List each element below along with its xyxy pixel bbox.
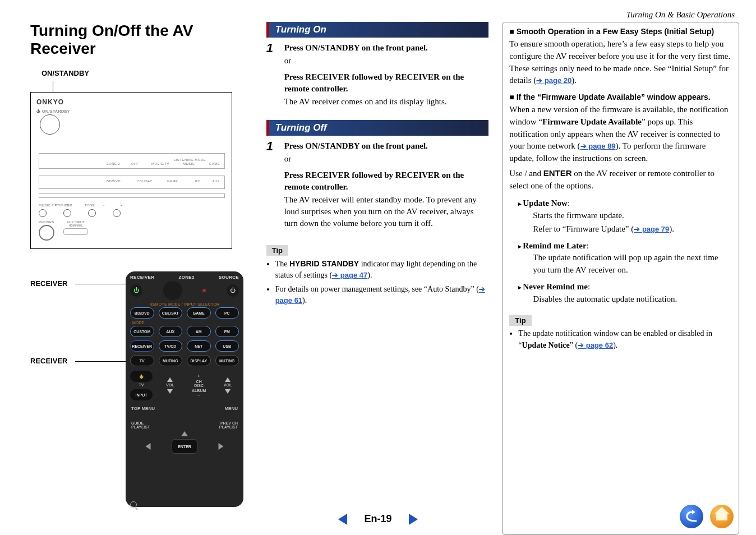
opt-remind-later-desc: The update notification will pop up agai… [533,252,732,276]
prev-page-icon[interactable] [338,514,347,525]
fp-minus-knob [88,209,96,217]
opt-update-now-desc1: Starts the firmware update. [533,210,732,222]
remote-usb-button: USB [215,340,239,352]
smooth-operation-body: To ensure smooth operation, here’s a few… [509,38,732,87]
turning-on-or: or [284,55,489,67]
tip-auto-standby: For details on power management settings… [275,284,489,307]
turning-off-or: or [284,153,489,165]
arrow-down-icon [167,389,173,394]
link-page-20[interactable]: page 20 [536,76,571,85]
on-standby-label: ON/STANDBY [42,69,253,77]
arrow-up-icon [167,377,173,382]
next-page-icon[interactable] [409,514,418,525]
turning-off-step-b: Press RECEIVER followed by RECEIVER on t… [284,169,489,193]
remote-diagram: RECEIVER ZONE2 SOURCE ⏻ ⏻ REMOTE MODE / … [126,271,243,507]
page-title: Turning On/Off the AV Receiver [30,22,253,58]
remote-fm-button: FM [215,326,239,337]
remote-net-button: NET [187,340,211,352]
turning-off-heading: Turning Off [266,120,489,136]
turning-on-result: The AV receiver comes on and its display… [284,96,489,108]
remote-menu-label: MENU [224,406,238,411]
receiver-label-bottom: RECEIVER [30,357,67,365]
dpad-right-icon [219,443,224,450]
fp-plus-knob [113,209,121,217]
search-icon [130,501,137,508]
tip-label-mid: Tip [266,245,288,256]
remote-tvcd-button: TV/CD [159,340,183,352]
arrow-up-icon-2 [225,377,231,382]
fp-music-opt-knob [39,209,47,217]
remote-am-button: AM [187,326,211,337]
turning-on-step-a: Press ON/STANDBY on the front panel. [284,42,489,54]
receiver-label-top: RECEIVER [30,279,67,288]
remote-topmenu-label: TOP MENU [131,406,155,411]
aux-jack-icon [63,228,88,235]
link-page-47[interactable]: page 47 [332,271,367,279]
arrow-down-icon-2 [225,389,231,394]
remote-input-button: INPUT [130,389,153,400]
fp-thin-strip [39,193,225,198]
tip-update-notice: The update notification window can be en… [518,328,732,351]
remote-aux-button: AUX [159,326,183,337]
turning-off-result: The AV receiver will enter standby mode.… [284,194,489,229]
opt-update-now: Update Now [518,199,568,207]
remote-led-icon [202,289,206,292]
fp-standby-label: ⏻ ON/STANDBY [36,109,232,113]
link-page-62[interactable]: page 62 [578,341,613,349]
brand-logo: ONKYO [36,98,232,106]
link-page-89[interactable]: page 89 [580,142,616,150]
page-number: En-19 [364,513,391,525]
opt-update-now-desc2: Refer to “Firmware Update” (page 79). [533,223,732,236]
front-panel-diagram: ONKYO ⏻ ON/STANDBY ZONE 2 OFF MOVIE/TV L… [30,92,232,249]
remote-tv-button: TV [130,355,154,366]
phones-jack-icon [39,225,54,241]
remote-cblsat-button: CBL/SAT [159,307,183,319]
fp-standby-button [40,114,60,135]
turning-on-step-b: Press RECEIVER followed by RECEIVER on t… [284,71,489,95]
remote-muting2-button: MUTING [215,355,239,366]
turning-on-heading: Turning On [266,22,489,38]
remote-pc-button: PC [215,307,239,319]
fp-mid-strip: BD/DVD CBL/SAT GAME PC AUX [39,176,225,189]
remote-receiver-mode-button: RECEIVER [130,340,154,352]
remote-display-button: DISPLAY [187,355,211,366]
remote-source-power-icon: ⏻ [227,284,239,297]
remote-receiver-power-icon: ⏻ [130,284,142,297]
back-icon[interactable] [680,505,703,528]
fp-tone-knob [63,209,71,217]
remote-enter-button: ENTER [172,439,197,454]
smooth-operation-heading: Smooth Operation in a Few Easy Steps (In… [509,27,732,36]
turning-off-step-a: Press ON/STANDBY on the front panel. [284,140,489,152]
dpad-left-icon [146,443,151,450]
remote-game-button: GAME [187,307,211,319]
tip-label-right: Tip [509,315,531,326]
firmware-body-2: Use / and ENTER on the AV receiver or re… [509,167,732,192]
opt-never-remind-desc: Disables the automatic update notificati… [533,293,732,306]
firmware-heading: If the “Firmware Update Available” windo… [509,93,732,102]
tip-hybrid-standby: The HYBRID STANDBY indicator may light d… [275,258,489,282]
home-icon[interactable] [710,505,734,528]
opt-never-remind: Never Remind me [518,282,588,291]
remote-muting-button: MUTING [159,355,183,366]
breadcrumb: Turning On & Basic Operations [30,10,739,20]
step-number-1b: 1 [266,140,278,232]
step-number-1: 1 [266,42,278,110]
remote-custom-button: CUSTOM [130,326,154,337]
opt-remind-later: Remind me Later [518,241,586,250]
firmware-body-1: When a new version of the firmware is av… [509,104,732,165]
remote-zone2-button [163,281,182,300]
remote-tv-power-icon: ⏻ [130,371,153,382]
fp-top-strip: ZONE 2 OFF MOVIE/TV LISTENING MODE MUSIC… [39,153,225,169]
remote-bddvd-button: BD/DVD [130,307,154,319]
dpad-up-icon [181,431,188,436]
link-page-79[interactable]: page 79 [634,225,669,233]
